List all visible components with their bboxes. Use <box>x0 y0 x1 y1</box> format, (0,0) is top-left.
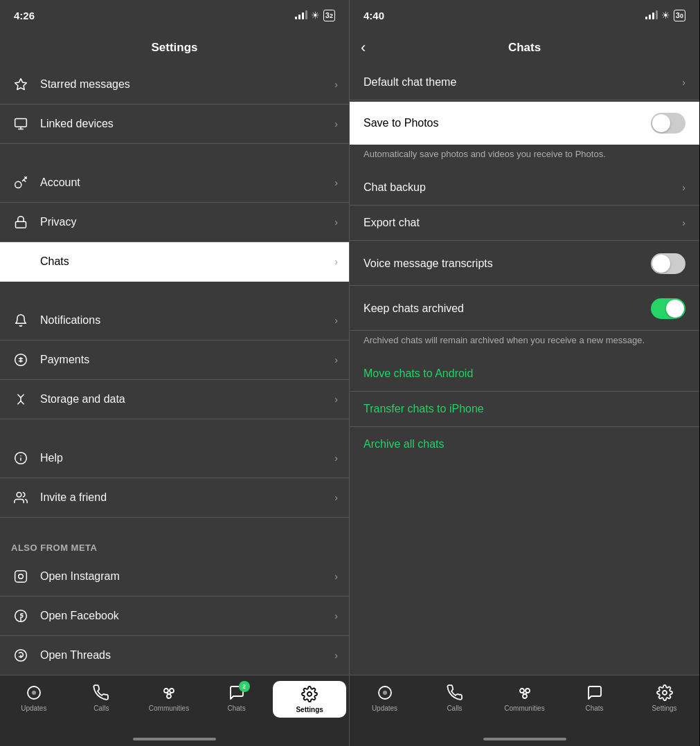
chats-tab-icon-right <box>586 684 604 702</box>
account-label: Account <box>40 176 334 189</box>
menu-item-account[interactable]: Account › <box>0 163 349 203</box>
save-photos-toggle[interactable] <box>651 113 685 134</box>
users-icon <box>11 488 30 507</box>
threads-label: Open Threads <box>40 649 334 662</box>
chat-icon <box>11 252 30 271</box>
calls-tab-label-right: Calls <box>447 704 462 712</box>
back-button[interactable]: ‹ <box>361 39 366 57</box>
menu-item-privacy[interactable]: Privacy › <box>0 203 349 242</box>
instagram-label: Open Instagram <box>40 570 334 583</box>
chevron-icon: › <box>334 610 338 621</box>
tab-settings-left[interactable]: Settings <box>273 681 346 718</box>
chats-header: ‹ Chats <box>350 30 699 65</box>
move-android-label: Move chats to Android <box>364 367 473 379</box>
settings-tab-icon <box>300 685 318 703</box>
threads-icon <box>11 646 30 665</box>
save-photos-desc: Automatically save photos and videos you… <box>350 145 699 169</box>
right-panel: 4:40 ☀ 30 ‹ Chats Default chat theme › <box>350 0 699 746</box>
tab-calls-left[interactable]: Calls <box>68 681 136 715</box>
facebook-label: Open Facebook <box>40 610 334 622</box>
tab-communities-left[interactable]: Communities <box>135 681 203 715</box>
menu-item-linked[interactable]: Linked devices › <box>0 104 349 144</box>
menu-item-notifications[interactable]: Notifications › <box>0 301 349 340</box>
transfer-iphone-link[interactable]: Transfer chats to iPhone <box>350 392 699 427</box>
tab-chats-left[interactable]: 2 Chats <box>203 681 271 715</box>
settings-icon-right <box>656 684 674 702</box>
tab-calls-right[interactable]: Calls <box>420 681 490 715</box>
voice-toggle-knob <box>652 255 670 273</box>
menu-item-facebook[interactable]: Open Facebook › <box>0 597 349 636</box>
updates-icon <box>25 684 43 702</box>
keep-archived-item[interactable]: Keep chats archived <box>350 287 699 331</box>
chat-backup-item[interactable]: Chat backup › <box>350 170 699 206</box>
facebook-icon <box>11 606 30 626</box>
move-android-link[interactable]: Move chats to Android <box>350 356 699 392</box>
battery-icon: 32 <box>323 10 335 21</box>
menu-item-storage[interactable]: Storage and data › <box>0 380 349 419</box>
chats-tab-label-right: Chats <box>585 704 603 712</box>
section-help: Help › Invite a friend › <box>0 439 349 518</box>
lock-icon <box>11 212 30 232</box>
settings-title: Settings <box>151 41 197 55</box>
tab-updates-right[interactable]: Updates <box>350 681 420 715</box>
wifi-icon-right: ☀ <box>661 10 670 21</box>
section-links: Move chats to Android Transfer chats to … <box>350 356 699 462</box>
key-icon <box>11 173 30 192</box>
section-backup: Chat backup › Export chat › <box>350 170 699 241</box>
svg-rect-8 <box>16 221 26 228</box>
voice-transcripts-label: Voice message transcripts <box>364 257 651 270</box>
svg-rect-16 <box>15 571 27 583</box>
phone-icon <box>92 684 110 702</box>
signal-icon-right <box>645 11 658 19</box>
starred-label: Starred messages <box>40 78 334 91</box>
voice-transcripts-item[interactable]: Voice message transcripts <box>350 242 699 286</box>
wifi-icon: ☀ <box>311 10 320 21</box>
default-theme-label: Default chat theme <box>364 76 682 89</box>
menu-item-invite[interactable]: Invite a friend › <box>0 478 349 518</box>
keep-archived-toggle[interactable] <box>651 298 685 319</box>
transfer-iphone-label: Transfer chats to iPhone <box>364 403 484 415</box>
svg-point-18 <box>24 573 24 574</box>
save-photos-item[interactable]: Save to Photos <box>350 102 699 145</box>
tab-chats-right[interactable]: Chats <box>559 681 629 715</box>
tab-updates-left[interactable]: Updates <box>0 681 68 715</box>
chevron-icon: › <box>334 217 338 228</box>
menu-item-payments[interactable]: Payments › <box>0 340 349 380</box>
communities-tab-label: Communities <box>149 704 189 712</box>
archive-all-link[interactable]: Archive all chats <box>350 427 699 462</box>
chats-settings-list: Default chat theme › Save to Photos Auto… <box>350 65 699 675</box>
tab-settings-right[interactable]: Settings <box>629 681 699 715</box>
svg-point-33 <box>523 694 527 698</box>
chats-title: Chats <box>508 41 541 55</box>
menu-item-help[interactable]: Help › <box>0 439 349 478</box>
voice-toggle[interactable] <box>651 253 685 274</box>
communities-icon <box>160 684 178 702</box>
section-messages: Starred messages › Linked devices › <box>0 65 349 144</box>
chevron-icon: › <box>334 571 338 582</box>
export-chat-item[interactable]: Export chat › <box>350 206 699 241</box>
save-photos-label: Save to Photos <box>364 117 651 129</box>
svg-point-30 <box>383 691 387 695</box>
default-theme-item[interactable]: Default chat theme › <box>350 65 699 100</box>
theme-chevron: › <box>682 77 685 88</box>
invite-label: Invite a friend <box>40 491 334 504</box>
section-account: Account › Privacy › Chats › <box>0 163 349 282</box>
svg-point-22 <box>32 691 36 695</box>
status-bar-left: 4:26 ☀ 32 <box>0 0 349 30</box>
chevron-icon: › <box>334 394 338 405</box>
time-left: 4:26 <box>14 10 35 21</box>
tab-communities-right[interactable]: Communities <box>490 681 559 715</box>
menu-item-instagram[interactable]: Open Instagram › <box>0 557 349 597</box>
storage-label: Storage and data <box>40 393 334 406</box>
menu-item-chats[interactable]: Chats › <box>0 242 349 282</box>
svg-line-27 <box>169 693 172 694</box>
svg-point-15 <box>17 493 21 498</box>
svg-line-7 <box>24 180 25 182</box>
updates-tab-label-right: Updates <box>372 704 397 712</box>
menu-item-starred[interactable]: Starred messages › <box>0 65 349 104</box>
menu-item-threads[interactable]: Open Threads › <box>0 636 349 675</box>
arrows-icon <box>11 390 30 409</box>
svg-line-35 <box>525 693 528 694</box>
chevron-icon: › <box>334 453 338 464</box>
chevron-icon: › <box>334 650 338 661</box>
